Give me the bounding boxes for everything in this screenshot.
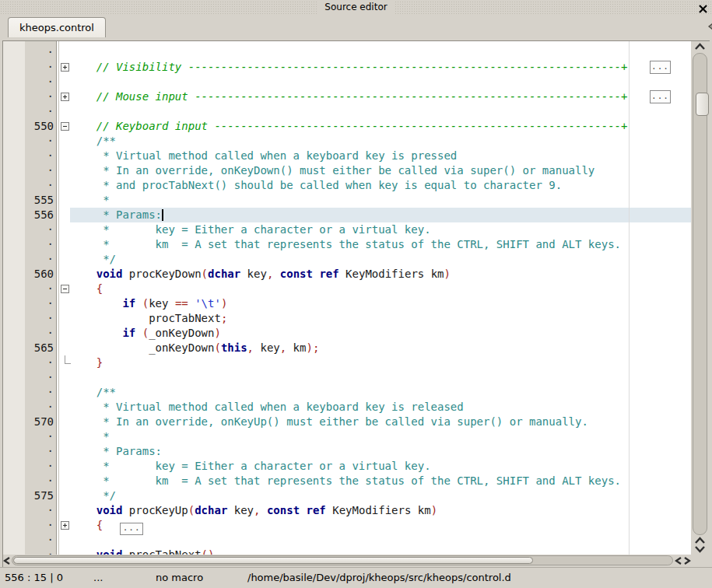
line-number: · (25, 429, 54, 444)
back-arrow-icon (706, 18, 712, 35)
macro-state-label: no macro (156, 568, 203, 588)
fold-collapse-icon[interactable] (61, 285, 69, 293)
code-line[interactable]: * Params: (70, 444, 162, 459)
code-line[interactable]: } (70, 355, 103, 370)
tab-bar: kheops.control (0, 15, 712, 40)
code-line[interactable]: /** (70, 385, 116, 400)
line-number: · (25, 252, 54, 267)
line-number: · (25, 163, 54, 178)
code-line[interactable]: */ (70, 252, 116, 267)
line-number: · (25, 75, 54, 89)
code-line[interactable]: if (_onKeyDown) (70, 326, 221, 341)
line-number: · (25, 89, 54, 104)
scroll-up-icon[interactable] (694, 43, 706, 51)
code-line[interactable]: * km = A set that represents the status … (70, 237, 621, 252)
line-number-gutter: ·····550····555556···560····565····570··… (25, 41, 57, 555)
code-line[interactable]: * Params: (70, 208, 162, 222)
folded-block-ellipsis[interactable]: ... (650, 61, 671, 74)
code-line[interactable]: * (70, 193, 110, 208)
editor-left-strip (3, 41, 25, 555)
code-line[interactable]: * key = Either a character or a virtual … (70, 222, 431, 237)
fold-expand-icon[interactable] (61, 63, 69, 72)
tab-kheops-control[interactable]: kheops.control (8, 17, 106, 37)
line-number: · (25, 45, 54, 60)
code-line[interactable]: * Virtual method called when a keyboard … (70, 149, 457, 163)
code-line[interactable]: /** (70, 134, 116, 149)
line-number: · (25, 533, 54, 548)
line-number: · (25, 326, 54, 341)
folded-block-ellipsis[interactable]: ... (650, 90, 671, 103)
code-line[interactable]: void procTabNext() (70, 548, 214, 555)
fold-margin (59, 41, 70, 555)
vscroll-track[interactable] (693, 53, 707, 535)
line-number: · (25, 134, 54, 149)
code-line[interactable]: if (key == '\t') (70, 296, 227, 311)
folded-block-ellipsis[interactable]: ... (120, 523, 143, 535)
line-number: · (25, 149, 54, 163)
scroll-down-icon[interactable] (694, 545, 706, 553)
code-line[interactable]: * In an override, onKeyUp() must either … (70, 415, 588, 429)
text-caret (162, 209, 163, 221)
scroll-up2-icon[interactable] (694, 537, 706, 544)
titlebar: Source editor (0, 0, 712, 15)
status-bar: 556 : 15 | 0 ... no macro /home/basile/D… (0, 567, 712, 588)
code-line[interactable]: // Keyboard input ----------------------… (70, 119, 627, 134)
line-number: · (25, 474, 54, 488)
fold-expand-icon[interactable] (61, 93, 69, 101)
code-line[interactable]: { (70, 282, 103, 296)
horizontal-scrollbar[interactable] (3, 555, 691, 567)
close-icon[interactable] (698, 2, 708, 12)
code-line[interactable]: _onKeyDown(this, key, km); (70, 341, 319, 355)
source-editor-window: Source editor kheops.control (0, 0, 712, 588)
scroll-right-icon[interactable] (683, 556, 691, 565)
line-number: 570 (25, 415, 54, 429)
code-line[interactable]: procTabNext; (70, 311, 227, 326)
code-line[interactable]: */ (70, 488, 116, 503)
line-number: · (25, 311, 54, 326)
hscroll-track[interactable] (12, 555, 673, 565)
line-number: · (25, 370, 54, 385)
code-line[interactable]: * (70, 429, 110, 444)
line-number: 555 (25, 193, 54, 208)
scroll-left2-icon[interactable] (675, 556, 682, 565)
fold-end-mark (65, 355, 71, 364)
line-number: · (25, 355, 54, 370)
line-number: · (25, 222, 54, 237)
line-number: · (25, 282, 54, 296)
line-number: · (25, 60, 54, 75)
line-number: · (25, 503, 54, 518)
code-line[interactable]: {... (70, 518, 143, 533)
code-area[interactable]: // Visibility --------------------------… (70, 41, 691, 555)
hscroll-thumb[interactable] (13, 557, 533, 564)
line-number: · (25, 444, 54, 459)
line-number: · (25, 237, 54, 252)
vertical-scrollbar[interactable] (691, 41, 710, 555)
scroll-left-icon[interactable] (3, 556, 11, 565)
code-line[interactable]: * and procTabNext() should be called whe… (70, 178, 562, 193)
code-line[interactable]: void procKeyUp(dchar key, const ref KeyM… (70, 503, 437, 518)
line-number: · (25, 296, 54, 311)
fold-collapse-icon[interactable] (61, 122, 69, 131)
code-line[interactable]: * Virtual method called when a keyboard … (70, 400, 464, 415)
previous-document-button[interactable] (706, 18, 712, 35)
code-line[interactable]: * In an override, onKeyDown() must eithe… (70, 163, 595, 178)
line-number: 560 (25, 267, 54, 282)
line-number: 575 (25, 488, 54, 503)
line-number: 565 (25, 341, 54, 355)
caret-position-label: 556 : 15 | 0 (5, 568, 63, 588)
line-number: · (25, 518, 54, 533)
vscroll-thumb[interactable] (696, 93, 709, 116)
window-title: Source editor (317, 0, 395, 15)
line-number: · (25, 459, 54, 474)
code-line[interactable]: void procKeyDown(dchar key, const ref Ke… (70, 267, 451, 282)
scrollbar-corner (691, 555, 710, 567)
line-number: · (25, 178, 54, 193)
code-line[interactable]: * km = A set that represents the status … (70, 474, 621, 488)
code-line[interactable]: // Visibility --------------------------… (70, 60, 627, 75)
code-line[interactable]: * key = Either a character or a virtual … (70, 459, 431, 474)
fold-expand-icon[interactable] (61, 521, 69, 530)
line-number: 556 (25, 208, 54, 222)
code-line[interactable]: // Mouse input -------------------------… (70, 89, 627, 104)
right-margin-line (629, 41, 630, 555)
pending-label: ... (93, 568, 103, 588)
